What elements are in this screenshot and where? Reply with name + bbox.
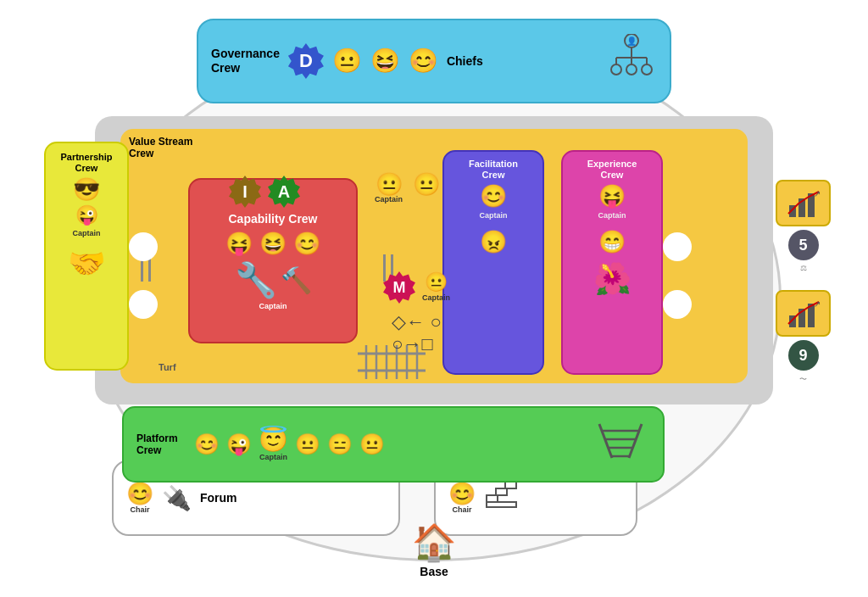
svg-line-19 (629, 424, 642, 458)
right-badge-5: ↗ 5 ⚖ (776, 180, 831, 272)
svg-text:👤: 👤 (626, 36, 637, 47)
forum2-chair-col: 😊 Chair (448, 483, 476, 514)
svg-text:↗: ↗ (814, 299, 821, 309)
capability-captain: Captain (259, 302, 287, 310)
cap-emoji-2: 😆 (259, 232, 287, 254)
chart-svg-5: ↗ (787, 188, 821, 219)
plat-emoji-5: 😐 (359, 434, 385, 455)
vs-emoji-2: 😐 (413, 173, 440, 195)
plat-emoji-2: 😜 (226, 434, 252, 455)
stairs-icon (484, 477, 518, 518)
governance-label: Governance Crew (211, 47, 280, 75)
base-section: 🏠 Base (412, 522, 456, 578)
svg-point-8 (626, 64, 637, 75)
forum1-chair-col: 😊 Chair (126, 483, 153, 514)
white-circle-3 (663, 232, 692, 261)
gov-emoji-2: 😆 (370, 49, 400, 73)
plat-captain-label: Captain (259, 453, 287, 461)
forum1-chair-label: Chair (130, 505, 149, 514)
num-9: 9 (788, 340, 819, 371)
connector-circles-right-2 (663, 290, 692, 319)
badge-m-emoji: 😐 (425, 273, 448, 292)
cap-emoji-3: 😊 (293, 232, 320, 254)
svg-rect-24 (505, 482, 516, 488)
fac-emoji-2: 😠 (480, 231, 507, 253)
value-stream-label: Value Stream Crew (129, 136, 192, 160)
svg-text:↗: ↗ (814, 189, 821, 198)
forum-label: Forum (200, 491, 237, 505)
usb-icon: 🔌 (162, 484, 192, 512)
svg-rect-27 (487, 502, 516, 507)
cap-emoji-1: 😝 (225, 232, 253, 254)
forum1-chair-emoji: 😊 (126, 483, 153, 505)
facilitation-crew: Facilitation Crew 😊 Captain 😠 (442, 150, 544, 375)
connector-circles-right (663, 232, 692, 261)
main-container: Governance Crew D 😐 😆 😊 Chiefs 👤 Value S (27, 10, 841, 587)
gov-emoji-3: 😊 (409, 49, 438, 73)
num-9-text: 9 (798, 347, 807, 365)
flow-diagram: ◇← ○○→□ (392, 311, 441, 355)
connector-circles-left (129, 232, 158, 261)
svg-point-9 (642, 64, 652, 75)
fac-captain-1: Captain (479, 211, 507, 220)
base-label: Base (420, 565, 448, 578)
badge-i: I (229, 176, 261, 208)
platform-rail-icon (595, 420, 646, 470)
capability-tools-row: 🔧 🔨 (235, 256, 312, 300)
flower-icon: 🌺 (593, 261, 632, 297)
facilitation-label: Facilitation Crew (469, 159, 518, 181)
forum2-chair-emoji: 😊 (448, 483, 476, 505)
partnership-label: Partnership Crew (60, 152, 112, 174)
vs-captain-label-1: Captain (375, 195, 403, 204)
chart-svg-9: ↗ (787, 298, 821, 329)
vs-captain-1: 😐 Captain (375, 173, 403, 204)
experience-crew: Experience Crew 😝 Captain 😁 🌺 (561, 150, 663, 375)
capability-label: Capability Crew (228, 212, 317, 226)
chart-box-9: ↗ (776, 290, 831, 337)
badge-m-emoji-col: 😐 Captain (422, 273, 450, 302)
badges-ia: I A (229, 176, 300, 208)
plat-captain-col: 😇 Captain (259, 428, 288, 461)
gov-emoji-1: 😐 (332, 49, 362, 73)
handshake-icon: 🤝 (68, 246, 106, 282)
scale-label: ⚖ (800, 264, 807, 272)
wrench-icon: 🔨 (281, 265, 312, 295)
plat-emoji-1: 😊 (194, 434, 220, 455)
right-badge-9: ↗ 9 〜 (776, 290, 831, 385)
badge-m: M (383, 271, 415, 304)
stairs-svg (484, 477, 518, 511)
num-5: 5 (788, 230, 819, 260)
num-5-text: 5 (798, 237, 807, 254)
exp-captain-1: Captain (598, 211, 626, 220)
partnership-emoji-1: 😎 (73, 178, 100, 200)
badge-m-captain: Captain (422, 293, 450, 302)
vs-emoji-1: 😐 (376, 173, 403, 195)
turf-label: Turf (159, 362, 176, 372)
svg-rect-25 (496, 488, 507, 495)
governance-crew: Governance Crew D 😐 😆 😊 Chiefs 👤 (197, 19, 671, 103)
chart-box-5: ↗ (776, 180, 831, 226)
white-circle-1 (129, 232, 158, 261)
plat-emoji-captain: 😇 (259, 428, 288, 452)
forum2-chair-label: Chair (452, 505, 471, 514)
partnership-captain: Captain (72, 229, 100, 237)
plat-emoji-3: 😐 (295, 434, 320, 455)
platform-crew: Platform Crew 😊 😜 😇 Captain 😐 😑 😐 (122, 406, 665, 483)
badge-d: D (288, 43, 324, 79)
rail-svg (595, 420, 646, 462)
house-icon: 🏠 (412, 522, 456, 563)
exp-emoji-1: 😝 (598, 185, 626, 207)
svg-line-18 (599, 424, 612, 458)
connector-circles-left-2 (129, 290, 158, 319)
svg-point-7 (611, 64, 621, 75)
org-chart-icon: 👤 (606, 34, 657, 88)
pulse-label: 〜 (799, 374, 807, 385)
white-circle-4 (663, 290, 692, 319)
tools-icon: 🔧 (235, 260, 277, 300)
plat-emoji-4: 😑 (327, 434, 353, 455)
partnership-emoji-2: 😜 (75, 206, 98, 225)
capability-emojis: 😝 😆 😊 (225, 232, 320, 254)
chiefs-label: Chiefs (447, 54, 483, 68)
svg-rect-26 (487, 495, 498, 502)
platform-label: Platform Crew (136, 432, 187, 457)
